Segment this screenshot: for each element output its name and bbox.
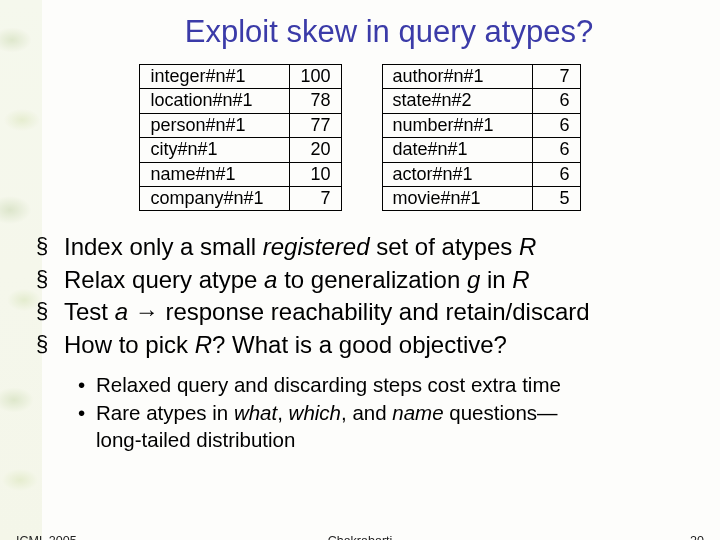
slide: Exploit skew in query atypes? integer#n#… [0, 0, 720, 540]
sub-bullet-item: Relaxed query and discarding steps cost … [78, 371, 692, 399]
table-row: state#n#26 [382, 89, 580, 113]
bullet-item: How to pick R? What is a good objective? [36, 329, 692, 361]
footer-page: 20 [690, 534, 704, 540]
arrow-icon: → [128, 298, 165, 325]
bullet-item: Test a → response reachability and retai… [36, 296, 692, 328]
sub-bullet-item: Rare atypes in what, which, and name que… [78, 399, 692, 454]
table-row: actor#n#16 [382, 162, 580, 186]
table-row: city#n#120 [140, 138, 341, 162]
bullet-item: Index only a small registered set of aty… [36, 231, 692, 263]
atype-table-right: author#n#17 state#n#26 number#n#16 date#… [382, 64, 581, 211]
table-row: number#n#16 [382, 113, 580, 137]
sub-bullets: Relaxed query and discarding steps cost … [78, 371, 692, 454]
table-row: person#n#177 [140, 113, 341, 137]
table-row: integer#n#1100 [140, 65, 341, 89]
page-title: Exploit skew in query atypes? [86, 14, 692, 50]
table-row: movie#n#15 [382, 186, 580, 210]
footer-center: Chakrabarti [0, 534, 720, 540]
table-row: company#n#17 [140, 186, 341, 210]
table-row: name#n#110 [140, 162, 341, 186]
bullet-item: Relax query atype a to generalization g … [36, 264, 692, 296]
table-row: date#n#16 [382, 138, 580, 162]
atype-table-left: integer#n#1100 location#n#178 person#n#1… [139, 64, 341, 211]
tables-wrap: integer#n#1100 location#n#178 person#n#1… [28, 64, 692, 211]
main-bullets: Index only a small registered set of aty… [36, 231, 692, 361]
table-row: location#n#178 [140, 89, 341, 113]
table-row: author#n#17 [382, 65, 580, 89]
